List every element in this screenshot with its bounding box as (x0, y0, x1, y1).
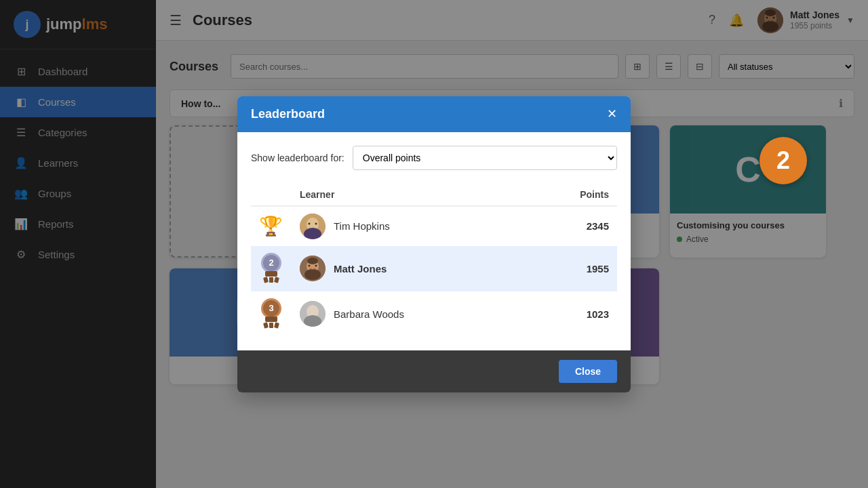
rank-1: 🏆 (251, 206, 292, 246)
avatar-barbara (300, 301, 326, 327)
rank-3: 3 (251, 291, 292, 337)
points-col-header: Points (528, 184, 617, 206)
learner-cell-3: Barbara Woods (292, 291, 528, 337)
leaderboard-filter-row: Show leaderboard for: Overall points Thi… (251, 146, 617, 170)
trophy-gold-icon: 🏆 (259, 216, 283, 237)
close-button[interactable]: Close (559, 360, 617, 383)
leaderboard-filter-select[interactable]: Overall points This month This week (353, 146, 617, 170)
leaderboard-row-2: 2 (251, 246, 617, 291)
svg-point-15 (315, 265, 317, 267)
leaderboard-table: Learner Points 🏆 (251, 184, 617, 337)
points-2: 1955 (528, 246, 617, 291)
avatar-matt (300, 256, 326, 281)
learner-name-1: Tim Hopkins (334, 220, 390, 232)
modal-title: Leaderboard (251, 107, 325, 121)
modal-overlay[interactable]: 2 Leaderboard ✕ Show leaderboard for: Ov… (0, 0, 868, 488)
leaderboard-modal: Leaderboard ✕ Show leaderboard for: Over… (237, 96, 631, 392)
step-badge: 2 (760, 137, 807, 184)
modal-wrapper: 2 Leaderboard ✕ Show leaderboard for: Ov… (237, 96, 631, 392)
learner-name-3: Barbara Woods (334, 308, 404, 320)
svg-point-9 (309, 222, 311, 224)
points-1: 2345 (528, 206, 617, 246)
leaderboard-row-1: 🏆 (251, 206, 617, 246)
medal-bronze-icon: 3 (259, 298, 283, 327)
svg-point-14 (309, 265, 311, 267)
points-3: 1023 (528, 291, 617, 337)
learner-name-2: Matt Jones (334, 263, 387, 274)
modal-body: Show leaderboard for: Overall points Thi… (237, 132, 631, 350)
modal-footer: Close (237, 350, 631, 392)
filter-label: Show leaderboard for: (251, 152, 344, 163)
learner-cell-2: Matt Jones (292, 246, 528, 291)
svg-point-13 (304, 269, 321, 280)
learner-cell-1: Tim Hopkins (292, 206, 528, 246)
learner-col-header: Learner (292, 184, 528, 206)
avatar-tim (300, 214, 326, 239)
svg-point-10 (315, 222, 317, 224)
rank-2: 2 (251, 246, 292, 291)
medal-silver-icon: 2 (259, 253, 283, 281)
svg-point-16 (307, 258, 318, 264)
modal-header: Leaderboard ✕ (237, 96, 631, 132)
rank-col-header (251, 184, 292, 206)
leaderboard-row-3: 3 (251, 291, 617, 337)
modal-close-button[interactable]: ✕ (607, 108, 617, 120)
